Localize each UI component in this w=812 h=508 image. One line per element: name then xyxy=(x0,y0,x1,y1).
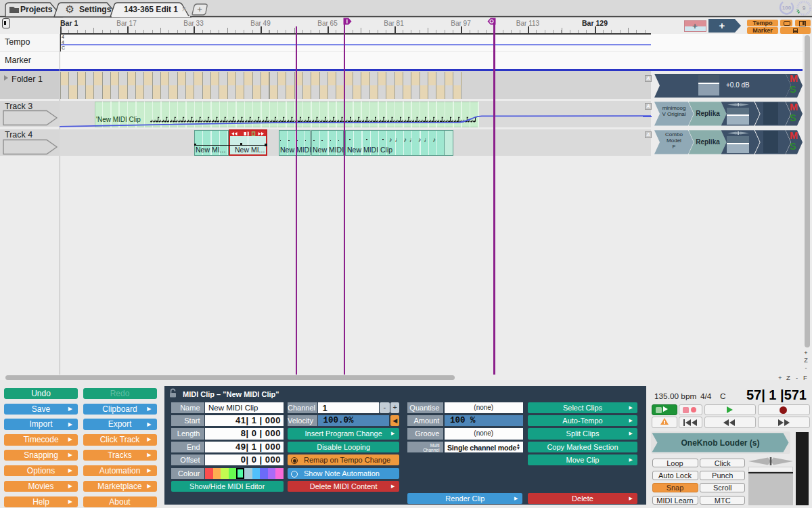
svg-text:×: × xyxy=(181,5,186,14)
svg-text:9: 9 xyxy=(803,5,806,12)
svg-text:100: 100 xyxy=(782,5,792,11)
svg-text:+: + xyxy=(197,4,202,14)
